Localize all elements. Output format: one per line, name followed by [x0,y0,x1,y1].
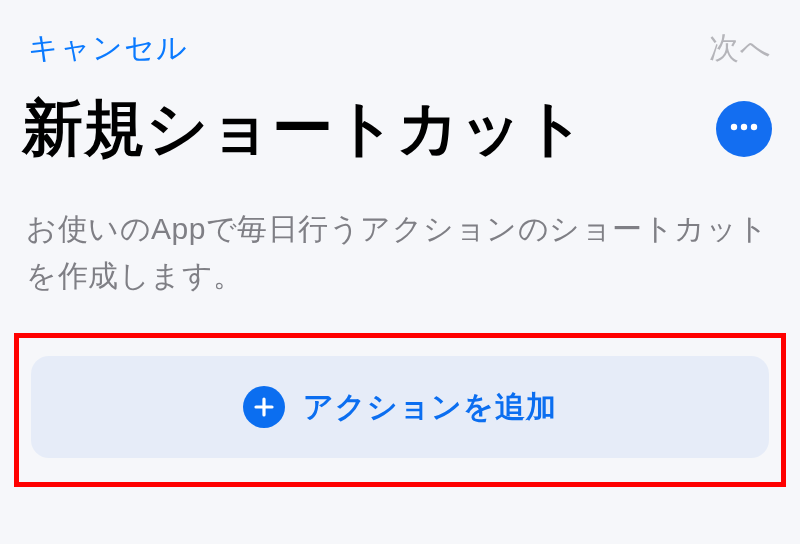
svg-point-0 [731,124,737,130]
svg-point-2 [751,124,757,130]
page-title: 新規ショートカット [22,95,586,162]
plus-icon [243,386,285,428]
description-text: お使いのAppで毎日行うアクションのショートカットを作成します。 [0,162,800,299]
more-options-button[interactable] [716,101,772,157]
svg-point-1 [741,124,747,130]
add-action-label: アクションを追加 [303,387,557,428]
navigation-bar: キャンセル 次へ [0,0,800,85]
ellipsis-icon [727,110,761,147]
add-action-button[interactable]: アクションを追加 [31,356,769,458]
title-row: 新規ショートカット [0,85,800,162]
cancel-button[interactable]: キャンセル [28,28,188,69]
next-button[interactable]: 次へ [709,28,772,69]
highlight-frame: アクションを追加 [14,333,786,487]
